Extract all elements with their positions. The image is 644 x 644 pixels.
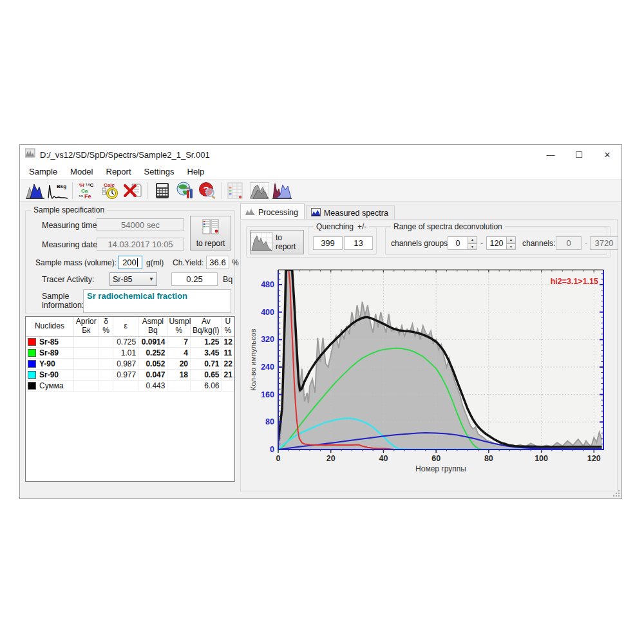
spectrum-chart[interactable]: 080160240320400480020406080100120Кол-во … bbox=[247, 265, 612, 474]
nuclides-table: NuclidesApriorБкδ%εAsmplBqUsmpl%AvBq/kg(… bbox=[26, 317, 234, 392]
svg-text:100: 100 bbox=[535, 454, 548, 463]
toolbar-separator bbox=[147, 182, 147, 199]
spin-up-icon[interactable]: ▲ bbox=[507, 236, 516, 243]
spectrum-blue-icon[interactable] bbox=[24, 180, 46, 200]
svg-text:160: 160 bbox=[261, 390, 274, 399]
calculator-icon[interactable] bbox=[151, 180, 173, 200]
globe-tools-icon[interactable] bbox=[173, 180, 196, 200]
toolbar: Bkg³H¹⁴CCа⁵⁵FeCalc? bbox=[20, 179, 621, 202]
group-from-spinner[interactable]: 0 ▲ ▼ bbox=[448, 236, 477, 250]
quenching-title: Quenching bbox=[314, 222, 356, 231]
channel-to-field: 3720 bbox=[590, 236, 618, 250]
svg-text:0: 0 bbox=[276, 454, 281, 463]
minimize-button[interactable]: — bbox=[536, 145, 565, 164]
sample-to-report-label: to report bbox=[196, 239, 225, 248]
calc-clock-icon[interactable]: Calc bbox=[99, 180, 121, 200]
table-header: ε bbox=[113, 317, 138, 336]
range-title: Range of spectra deconvolution bbox=[391, 222, 505, 231]
delete-doc-icon[interactable] bbox=[121, 180, 144, 200]
processing-spectrum-icon bbox=[245, 207, 255, 217]
tracer-activity-label: Tracer Activity: bbox=[42, 275, 95, 284]
menu-item-sample[interactable]: Sample bbox=[23, 165, 64, 178]
sample-info-label-line2: information: bbox=[42, 301, 84, 310]
tab-measured-spectra[interactable]: Measured spectra bbox=[306, 205, 395, 220]
app-icon bbox=[25, 148, 35, 161]
sample-to-report-button[interactable]: to report bbox=[190, 216, 231, 251]
report-table-icon[interactable] bbox=[225, 180, 248, 200]
svg-text:480: 480 bbox=[261, 280, 274, 289]
table-row[interactable]: Y-900.9870.052200.7122 bbox=[26, 358, 234, 369]
text-caret bbox=[137, 258, 138, 267]
nuclide-cell: Sr-85 bbox=[26, 336, 73, 347]
svg-text:¹⁴C: ¹⁴C bbox=[86, 182, 94, 188]
chyield-label: Ch.Yield: bbox=[173, 258, 204, 267]
resize-grip[interactable] bbox=[612, 489, 620, 497]
spin-down-icon[interactable]: ▼ bbox=[468, 243, 477, 251]
chyield-unit-label: % bbox=[232, 258, 239, 267]
svg-text:0: 0 bbox=[270, 445, 274, 454]
spectrum-gray-icon[interactable] bbox=[248, 180, 270, 200]
table-header: δ% bbox=[99, 317, 113, 336]
spectrum-bkg-icon[interactable]: Bkg bbox=[46, 180, 69, 200]
nuclide-color-swatch bbox=[28, 382, 36, 390]
maximize-button[interactable]: ☐ bbox=[565, 145, 593, 164]
table-row[interactable]: Сумма0.4436.06 bbox=[26, 380, 234, 391]
menu-bar: SampleModelReportSettingsHelp bbox=[20, 164, 621, 179]
measuring-time-label: Measuring time: bbox=[42, 221, 99, 230]
mass-unit-label: g(ml) bbox=[146, 258, 164, 267]
nuclide-cell: Sr-90 bbox=[26, 369, 73, 380]
menu-item-settings[interactable]: Settings bbox=[138, 165, 181, 178]
help-search-icon[interactable]: ? bbox=[196, 180, 218, 200]
range-dash-2: - bbox=[585, 238, 587, 247]
table-header: Nuclides bbox=[26, 317, 73, 336]
processing-controls-group: to report Quenching +/- 399 13 Range of … bbox=[246, 226, 611, 258]
range-dash-1: - bbox=[480, 238, 483, 247]
group-to-spinner[interactable]: 120 ▲ ▼ bbox=[486, 236, 516, 250]
table-row[interactable]: Sr-891.010.25243.4511 bbox=[26, 347, 234, 358]
table-row[interactable]: Sr-850.7250.091471.2512 bbox=[26, 336, 234, 347]
spectrum-thumbnail-icon bbox=[251, 232, 272, 253]
channels-groups-label: channels groups: bbox=[391, 239, 450, 248]
report-doc-icon bbox=[201, 219, 220, 238]
tracer-nuclide-select[interactable]: Sr-85 ▼ bbox=[109, 272, 157, 286]
chi2-annotation: hi2=3.1>1.15 bbox=[551, 277, 598, 286]
isotopes-icon[interactable]: ³H¹⁴CCа⁵⁵Fe bbox=[76, 180, 99, 200]
menu-item-report[interactable]: Report bbox=[100, 165, 138, 178]
svg-text:Bkg: Bkg bbox=[57, 184, 66, 189]
menu-item-model[interactable]: Model bbox=[64, 165, 99, 178]
svg-text:80: 80 bbox=[265, 417, 274, 426]
menu-item-help[interactable]: Help bbox=[181, 165, 211, 178]
spectrum-purple-icon[interactable] bbox=[270, 180, 293, 200]
svg-text:³H: ³H bbox=[79, 182, 84, 188]
table-header: U% bbox=[222, 317, 234, 336]
svg-text:240: 240 bbox=[261, 363, 274, 372]
quenching-group: Quenching +/- 399 13 bbox=[308, 227, 377, 255]
tab-processing[interactable]: Processing bbox=[240, 204, 305, 220]
nuclides-table-container: NuclidesApriorБкδ%εAsmplBqUsmpl%AvBq/kg(… bbox=[25, 316, 235, 482]
spin-down-icon[interactable]: ▼ bbox=[507, 243, 516, 251]
tracer-unit-label: Bq bbox=[223, 275, 232, 284]
range-deconvolution-group: Range of spectra deconvolution channels … bbox=[385, 227, 607, 255]
chyield-field[interactable]: 36.6 bbox=[206, 256, 229, 269]
quenching-value-field[interactable]: 399 bbox=[313, 236, 343, 250]
table-row[interactable]: Sr-900.9770.047180.6521 bbox=[26, 369, 234, 380]
processing-to-report-label: to report bbox=[276, 233, 303, 251]
close-button[interactable]: ✕ bbox=[593, 145, 621, 164]
sample-specification-title: Sample specification bbox=[31, 205, 107, 214]
measuring-date-field: 14.03.2017 10:05 bbox=[97, 238, 184, 251]
quenching-pm-label: +/- bbox=[355, 222, 369, 231]
nuclide-cell: Sr-89 bbox=[26, 347, 73, 358]
tracer-activity-field[interactable]: 0.25 bbox=[171, 272, 218, 286]
nuclide-color-swatch bbox=[28, 360, 36, 368]
svg-text:80: 80 bbox=[484, 454, 493, 463]
measuring-time-field: 54000 sec bbox=[97, 218, 184, 231]
quenching-uncertainty-field[interactable]: 13 bbox=[344, 236, 373, 250]
sample-mass-input[interactable]: 200 bbox=[118, 256, 142, 269]
table-header: ApriorБк bbox=[73, 317, 99, 336]
nuclide-color-swatch bbox=[28, 371, 36, 379]
spin-up-icon[interactable]: ▲ bbox=[468, 236, 477, 243]
processing-to-report-button[interactable]: to report bbox=[250, 230, 304, 254]
sample-info-field[interactable]: Sr radiochemical fraction bbox=[83, 289, 231, 313]
sample-specification-group: Sample specification Measuring time: 540… bbox=[25, 210, 235, 314]
svg-text:60: 60 bbox=[431, 454, 440, 463]
